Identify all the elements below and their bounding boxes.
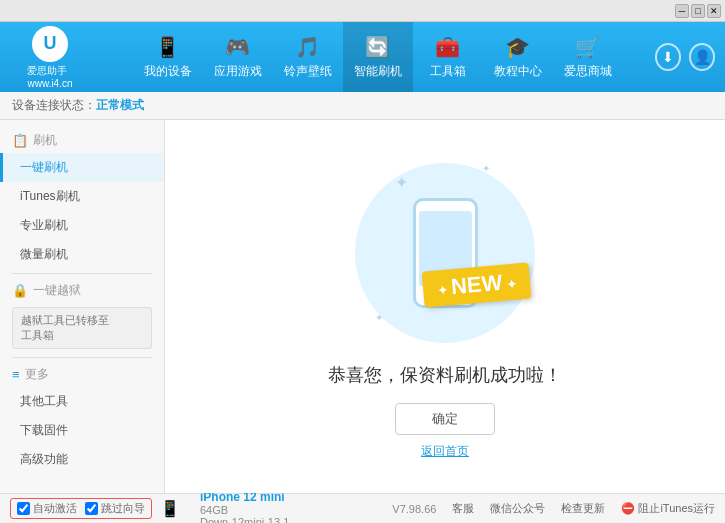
nav-ringtone[interactable]: 🎵 铃声壁纸	[273, 22, 343, 92]
auto-activate-input[interactable]	[17, 502, 30, 515]
bottom-bar-right: V7.98.66 客服 微信公众号 检查更新 ⛔ 阻止iTunes运行	[392, 501, 715, 516]
status-bar: 设备连接状态： 正常模式	[0, 92, 725, 120]
user-button[interactable]: 👤	[689, 43, 715, 71]
maximize-button[interactable]: □	[691, 4, 705, 18]
title-bar: ─ □ ✕	[0, 0, 725, 22]
nav-app-game[interactable]: 🎮 应用游戏	[203, 22, 273, 92]
stop-itunes-btn[interactable]: ⛔ 阻止iTunes运行	[621, 501, 715, 516]
logo-icon: U	[32, 26, 68, 62]
sparkle-2: ✦	[482, 163, 490, 174]
logo-area: U 爱思助手 www.i4.cn	[0, 22, 100, 92]
content-area: ✦ ✦ ✦ NEW 恭喜您，保资料刷机成功啦！ 确定 返回首页	[165, 120, 725, 493]
nav-smart-flash-label: 智能刷机	[354, 63, 402, 80]
bottom-bar-left: 自动激活 跳过向导 📱 iPhone 12 mini 64GB Down-12m…	[10, 490, 392, 524]
device-storage: 64GB	[200, 504, 289, 516]
auto-activate-label: 自动激活	[33, 501, 77, 516]
customer-service-link[interactable]: 客服	[452, 501, 474, 516]
skip-wizard-label: 跳过向导	[101, 501, 145, 516]
nav-items: 📱 我的设备 🎮 应用游戏 🎵 铃声壁纸 🔄 智能刷机 🧰 工具箱 🎓 教程中心…	[100, 22, 655, 92]
sidebar-section-flash: 📋 刷机	[0, 128, 164, 153]
sidebar-item-other-tools[interactable]: 其他工具	[0, 387, 164, 416]
status-value: 正常模式	[96, 97, 144, 114]
nav-ringtone-label: 铃声壁纸	[284, 63, 332, 80]
sparkle-1: ✦	[395, 173, 408, 192]
sidebar-item-download-firmware[interactable]: 下载固件	[0, 416, 164, 445]
ringtone-icon: 🎵	[295, 35, 320, 59]
main-content: 📋 刷机 一键刷机 iTunes刷机 专业刷机 微量刷机 🔒 一键越狱 越狱工具…	[0, 120, 725, 493]
checkboxes-container: 自动激活 跳过向导	[10, 498, 152, 519]
confirm-button[interactable]: 确定	[395, 403, 495, 435]
sidebar-item-advanced[interactable]: 高级功能	[0, 445, 164, 474]
version-text: V7.98.66	[392, 503, 436, 515]
device-icon: 📱	[160, 499, 180, 518]
minimize-button[interactable]: ─	[675, 4, 689, 18]
skip-wizard-input[interactable]	[85, 502, 98, 515]
smart-flash-icon: 🔄	[365, 35, 390, 59]
sidebar-jailbreak-header: 🔒 一键越狱	[0, 278, 164, 303]
stop-itunes-label: 阻止iTunes运行	[638, 501, 715, 516]
nav-tutorial-label: 教程中心	[494, 63, 542, 80]
sidebar-notice: 越狱工具已转移至 工具箱	[12, 307, 152, 349]
nav-tutorial[interactable]: 🎓 教程中心	[483, 22, 553, 92]
flash-section-label: 刷机	[33, 132, 57, 149]
tutorial-icon: 🎓	[505, 35, 530, 59]
logo-name: 爱思助手 www.i4.cn	[27, 64, 72, 89]
status-label: 设备连接状态：	[12, 97, 96, 114]
flash-section-icon: 📋	[12, 133, 28, 148]
sidebar-divider-2	[12, 357, 152, 358]
success-text: 恭喜您，保资料刷机成功啦！	[328, 363, 562, 387]
more-section-label: 更多	[25, 366, 49, 383]
sparkle-3: ✦	[375, 312, 383, 323]
wechat-link[interactable]: 微信公众号	[490, 501, 545, 516]
device-model: Down-12mini-13,1	[200, 516, 289, 524]
nav-think-store[interactable]: 🛒 爱思商城	[553, 22, 623, 92]
sidebar-section-more: ≡ 更多	[0, 362, 164, 387]
nav-toolbox[interactable]: 🧰 工具箱	[413, 22, 483, 92]
nav-toolbox-label: 工具箱	[430, 63, 466, 80]
home-link[interactable]: 返回首页	[421, 443, 469, 460]
download-button[interactable]: ⬇	[655, 43, 681, 71]
top-nav: U 爱思助手 www.i4.cn 📱 我的设备 🎮 应用游戏 🎵 铃声壁纸 🔄 …	[0, 22, 725, 92]
lock-icon: 🔒	[12, 283, 28, 298]
sidebar: 📋 刷机 一键刷机 iTunes刷机 专业刷机 微量刷机 🔒 一键越狱 越狱工具…	[0, 120, 165, 493]
nav-smart-flash[interactable]: 🔄 智能刷机	[343, 22, 413, 92]
sidebar-item-itunes[interactable]: iTunes刷机	[0, 182, 164, 211]
close-button[interactable]: ✕	[707, 4, 721, 18]
jailbreak-label: 一键越狱	[33, 282, 81, 299]
my-device-icon: 📱	[155, 35, 180, 59]
sidebar-item-onekey[interactable]: 一键刷机	[0, 153, 164, 182]
think-store-icon: 🛒	[575, 35, 600, 59]
more-section-icon: ≡	[12, 367, 20, 382]
device-info: iPhone 12 mini 64GB Down-12mini-13,1	[200, 490, 289, 524]
app-game-icon: 🎮	[225, 35, 250, 59]
nav-right: ⬇ 👤	[655, 43, 725, 71]
toolbox-icon: 🧰	[435, 35, 460, 59]
nav-my-device-label: 我的设备	[144, 63, 192, 80]
auto-activate-checkbox[interactable]: 自动激活	[17, 501, 77, 516]
sidebar-item-micro[interactable]: 微量刷机	[0, 240, 164, 269]
sidebar-item-pro[interactable]: 专业刷机	[0, 211, 164, 240]
check-update-link[interactable]: 检查更新	[561, 501, 605, 516]
stop-itunes-icon: ⛔	[621, 502, 635, 515]
nav-my-device[interactable]: 📱 我的设备	[133, 22, 203, 92]
skip-wizard-checkbox[interactable]: 跳过向导	[85, 501, 145, 516]
bottom-bar: 自动激活 跳过向导 📱 iPhone 12 mini 64GB Down-12m…	[0, 493, 725, 523]
nav-think-store-label: 爱思商城	[564, 63, 612, 80]
sidebar-divider-1	[12, 273, 152, 274]
phone-illustration: ✦ ✦ ✦ NEW	[345, 153, 545, 353]
nav-app-game-label: 应用游戏	[214, 63, 262, 80]
